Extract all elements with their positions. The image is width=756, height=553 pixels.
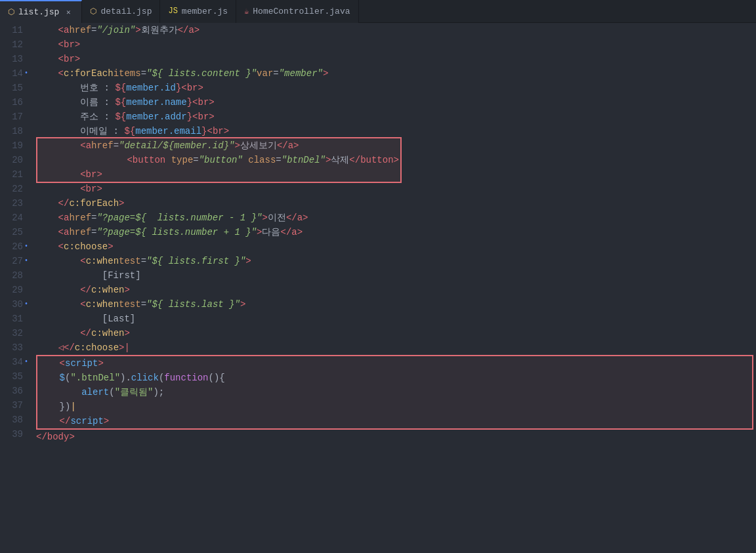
line-num-35: 35: [0, 369, 30, 384]
line-num-37: 37: [0, 398, 30, 413]
line-num-29: 29: [0, 283, 30, 297]
tab-icon-list-jsp: ⬡: [8, 7, 14, 17]
code-line-14: <c:forEach items="${ lists.content }" va…: [36, 66, 756, 81]
line-num-28: 28: [0, 268, 30, 283]
code-line-13: <br>: [36, 52, 756, 66]
code-line-26: <c:choose>: [36, 239, 756, 254]
tab-detail-jsp[interactable]: ⬡ detail.jsp: [82, 0, 160, 23]
line-numbers: 11 12 13 14 15 16 17 18 19 20 21 22 23 2…: [0, 23, 30, 553]
line-num-16: 16: [0, 95, 30, 110]
tab-list-jsp[interactable]: ⬡ list.jsp ✕: [0, 0, 82, 23]
code-line-12: <br>: [36, 37, 756, 52]
tab-bar: ⬡ list.jsp ✕ ⬡ detail.jsp JS member.js ☕…: [0, 0, 756, 23]
code-line-17: 주소 : ${member.addr}<br>: [36, 110, 756, 124]
line-num-14: 14: [0, 66, 30, 81]
line-num-20: 20: [0, 153, 30, 167]
code-line-16: 이름 : ${member.name}<br>: [36, 95, 756, 110]
tab-label-homecontroller: HomeController.java: [253, 7, 350, 16]
code-line-38: </script>: [37, 414, 752, 428]
line-num-18: 18: [0, 124, 30, 138]
tab-label-member-js: member.js: [182, 7, 228, 16]
code-line-30: <c:when test="${ lists.last }">: [36, 297, 756, 312]
code-line-23: </c:forEach>: [36, 196, 756, 211]
code-line-36: alert("클릭됨");: [37, 385, 752, 399]
line-num-32: 32: [0, 326, 30, 340]
line-num-25: 25: [0, 225, 30, 239]
line-num-22: 22: [0, 182, 30, 196]
code-line-28: [First]: [36, 268, 756, 283]
line-num-11: 11: [0, 23, 30, 37]
line-num-38: 38: [0, 413, 30, 427]
code-line-35: $(".btnDel").click(function(){: [37, 371, 752, 385]
code-line-20: <button type="button" class="btnDel">삭제<…: [36, 153, 756, 167]
code-line-21: <br>: [36, 167, 756, 182]
code-line-39: </body>: [36, 430, 756, 444]
code-line-18: 이메일 : ${member.email}<br>: [36, 124, 756, 138]
tab-homecontroller[interactable]: ☕ HomeController.java: [236, 0, 358, 23]
code-line-34: <script>: [37, 356, 752, 371]
line-num-27: 27: [0, 254, 30, 268]
line-num-21: 21: [0, 167, 30, 182]
tab-icon-member-js: JS: [168, 7, 177, 16]
code-line-15: 번호 : ${member.id}<br>: [36, 81, 756, 95]
code-line-33: ◁</c:choose>|: [36, 340, 756, 355]
tab-label-list-jsp: list.jsp: [18, 7, 59, 17]
tab-icon-detail-jsp: ⬡: [90, 7, 96, 16]
line-num-17: 17: [0, 110, 30, 124]
line-num-26: 26: [0, 239, 30, 254]
code-line-31: [Last]: [36, 312, 756, 326]
code-line-11: <a href="/join">회원추가</a>: [36, 23, 756, 37]
line-num-12: 12: [0, 37, 30, 52]
tab-close-list-jsp[interactable]: ✕: [63, 7, 74, 17]
code-line-22: <br>: [36, 182, 756, 196]
line-num-13: 13: [0, 52, 30, 66]
line-num-19: 19: [0, 138, 30, 153]
script-block: <script> $(".btnDel").click(function(){ …: [36, 355, 756, 430]
line-num-31: 31: [0, 312, 30, 326]
line-num-33: 33: [0, 340, 30, 355]
code-content: <a href="/join">회원추가</a> <br> <br> <c:fo…: [30, 23, 756, 553]
code-line-32: </c:when>: [36, 326, 756, 340]
tab-label-detail-jsp: detail.jsp: [100, 7, 152, 16]
code-line-29: </c:when>: [36, 283, 756, 297]
tab-icon-homecontroller: ☕: [244, 7, 249, 16]
line-num-39: 39: [0, 427, 30, 441]
line-num-23: 23: [0, 196, 30, 211]
line-num-34: 34: [0, 355, 30, 369]
code-line-37: })|: [37, 399, 752, 414]
line-num-24: 24: [0, 211, 30, 225]
tab-member-js[interactable]: JS member.js: [160, 0, 236, 23]
code-line-27: <c:when test="${ lists.first }">: [36, 254, 756, 268]
code-line-25: <a href="?page=${ lists.number + 1 }">다음…: [36, 225, 756, 239]
code-editor: 11 12 13 14 15 16 17 18 19 20 21 22 23 2…: [0, 23, 756, 553]
line-num-30: 30: [0, 297, 30, 312]
line-num-15: 15: [0, 81, 30, 95]
code-line-24: <a href="?page=${ lists.number - 1 }">이전…: [36, 211, 756, 225]
line-num-36: 36: [0, 384, 30, 398]
